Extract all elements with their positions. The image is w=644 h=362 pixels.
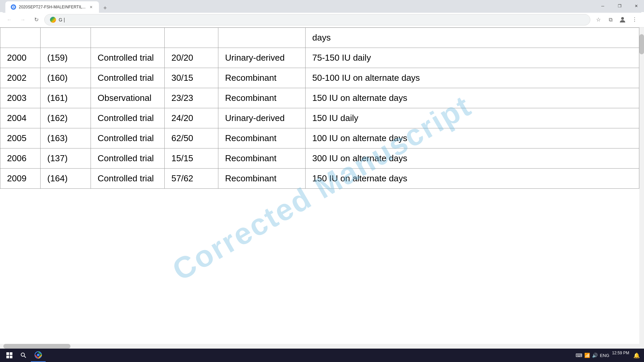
vertical-scrollbar[interactable] xyxy=(639,27,644,349)
wifi-icon: 📶 xyxy=(584,353,590,358)
year-cell: 2000 xyxy=(0,48,41,68)
extension-icon[interactable]: ⧉ xyxy=(605,14,616,25)
ref-cell: (159) xyxy=(41,48,91,68)
year-cell: 2005 xyxy=(0,128,41,148)
table-row: 2000 (159) Controlled trial 20/20 Urinar… xyxy=(0,48,639,68)
svg-rect-5 xyxy=(10,352,12,355)
ratio-cell: 15/15 xyxy=(165,148,218,169)
nav-bar: ← → ↻ ☆ ⧉ ⋮ xyxy=(0,12,644,27)
taskbar-search-button[interactable] xyxy=(17,349,30,361)
fsh-type-cell: Recombinant xyxy=(218,169,306,189)
dose-cell: 50-100 IU on alternate days xyxy=(306,68,639,88)
taskbar-chrome-app[interactable] xyxy=(31,349,46,362)
scroll-thumb[interactable] xyxy=(639,34,644,54)
table-row: 2006 (137) Controlled trial 15/15 Recomb… xyxy=(0,148,639,169)
svg-point-3 xyxy=(621,17,624,20)
study-type-cell: Controlled trial xyxy=(91,148,165,169)
table-row: 2009 (164) Controlled trial 57/62 Recomb… xyxy=(0,169,639,189)
svg-point-11 xyxy=(37,354,40,356)
notification-button[interactable]: 🔔 xyxy=(632,351,641,360)
dose-cell: 100 IU on alternate days xyxy=(306,128,639,148)
study-type-cell: Controlled trial xyxy=(91,68,165,88)
fsh-type-cell: Urinary-derived xyxy=(218,48,306,68)
dose-cell: 150 IU daily xyxy=(306,108,639,128)
tab-close-button[interactable]: ✕ xyxy=(88,4,94,10)
dose-cell: 150 IU on alternate days xyxy=(306,169,639,189)
horizontal-scroll-thumb[interactable] xyxy=(3,344,70,349)
close-button[interactable]: ✕ xyxy=(629,0,644,12)
back-button[interactable]: ← xyxy=(4,14,15,25)
year-cell: 2009 xyxy=(0,169,41,189)
minimize-button[interactable]: ─ xyxy=(595,0,610,12)
table-wrapper: days 2000 (159) Controlled trial 20/20 U… xyxy=(0,27,639,344)
keyboard-icon: ⌨ xyxy=(576,353,582,358)
table-cell: days xyxy=(306,28,639,48)
table-row: days xyxy=(0,28,639,48)
ref-cell: (164) xyxy=(41,169,91,189)
data-table: days 2000 (159) Controlled trial 20/20 U… xyxy=(0,27,639,189)
study-type-cell: Observational xyxy=(91,88,165,108)
bookmark-icon[interactable]: ☆ xyxy=(593,14,604,25)
taskbar: ⌨ 📶 🔊 ENG 12:59 PM 🔔 xyxy=(0,349,644,362)
svg-rect-6 xyxy=(6,356,9,358)
ref-cell: (161) xyxy=(41,88,91,108)
ratio-cell: 62/50 xyxy=(165,128,218,148)
nav-right-icons: ☆ ⧉ ⋮ xyxy=(593,14,640,25)
ratio-cell: 23/23 xyxy=(165,88,218,108)
study-type-cell: Controlled trial xyxy=(91,128,165,148)
reload-button[interactable]: ↻ xyxy=(31,14,42,25)
ratio-cell: 20/20 xyxy=(165,48,218,68)
svg-rect-7 xyxy=(10,356,12,358)
svg-point-8 xyxy=(21,353,24,356)
ref-cell: (163) xyxy=(41,128,91,148)
fsh-type-cell: Recombinant xyxy=(218,128,306,148)
dose-cell: 300 IU on alternate days xyxy=(306,148,639,169)
browser-tab[interactable]: 2020SEPT27-FSH-MALEINFERTIL... ✕ xyxy=(5,1,99,13)
new-tab-button[interactable]: + xyxy=(100,3,110,13)
svg-point-2 xyxy=(13,6,14,8)
taskbar-system-icons: ⌨ 📶 🔊 ENG xyxy=(576,353,609,358)
forward-button[interactable]: → xyxy=(17,14,28,25)
table-cell xyxy=(0,28,41,48)
url-input[interactable] xyxy=(59,17,585,22)
table-cell xyxy=(218,28,306,48)
ratio-cell: 30/15 xyxy=(165,68,218,88)
title-bar: 2020SEPT27-FSH-MALEINFERTIL... ✕ + ─ ❐ ✕ xyxy=(0,0,644,12)
lang-label: ENG xyxy=(600,353,609,358)
tab-title: 2020SEPT27-FSH-MALEINFERTIL... xyxy=(19,5,86,9)
table-row: 2003 (161) Observational 23/23 Recombina… xyxy=(0,88,639,108)
account-icon[interactable] xyxy=(617,14,628,25)
svg-rect-4 xyxy=(6,352,9,355)
address-bar[interactable] xyxy=(44,14,590,25)
year-cell: 2003 xyxy=(0,88,41,108)
taskbar-right: ⌨ 📶 🔊 ENG 12:59 PM 🔔 xyxy=(576,351,641,360)
menu-icon[interactable]: ⋮ xyxy=(629,14,640,25)
year-cell: 2002 xyxy=(0,68,41,88)
dose-cell: 75-150 IU daily xyxy=(306,48,639,68)
fsh-type-cell: Recombinant xyxy=(218,148,306,169)
maximize-button[interactable]: ❐ xyxy=(612,0,627,12)
ref-cell: (160) xyxy=(41,68,91,88)
tab-favicon xyxy=(11,4,16,10)
content-area: Corrected Manuscript days 2000 (159) Con… xyxy=(0,27,644,349)
fsh-type-cell: Recombinant xyxy=(218,88,306,108)
start-button[interactable] xyxy=(3,349,16,362)
table-row: 2002 (160) Controlled trial 30/15 Recomb… xyxy=(0,68,639,88)
volume-icon: 🔊 xyxy=(592,353,598,358)
table-row: 2005 (163) Controlled trial 62/50 Recomb… xyxy=(0,128,639,148)
google-favicon xyxy=(50,17,56,23)
taskbar-clock: 12:59 PM xyxy=(612,351,629,360)
horizontal-scrollbar[interactable] xyxy=(0,344,639,349)
fsh-type-cell: Recombinant xyxy=(218,68,306,88)
year-cell: 2004 xyxy=(0,108,41,128)
study-type-cell: Controlled trial xyxy=(91,108,165,128)
table-row: 2004 (162) Controlled trial 24/20 Urinar… xyxy=(0,108,639,128)
ratio-cell: 57/62 xyxy=(165,169,218,189)
year-cell: 2006 xyxy=(0,148,41,169)
fsh-type-cell: Urinary-derived xyxy=(218,108,306,128)
table-cell xyxy=(165,28,218,48)
ref-cell: (137) xyxy=(41,148,91,169)
study-type-cell: Controlled trial xyxy=(91,169,165,189)
dose-cell: 150 IU on alternate days xyxy=(306,88,639,108)
ref-cell: (162) xyxy=(41,108,91,128)
